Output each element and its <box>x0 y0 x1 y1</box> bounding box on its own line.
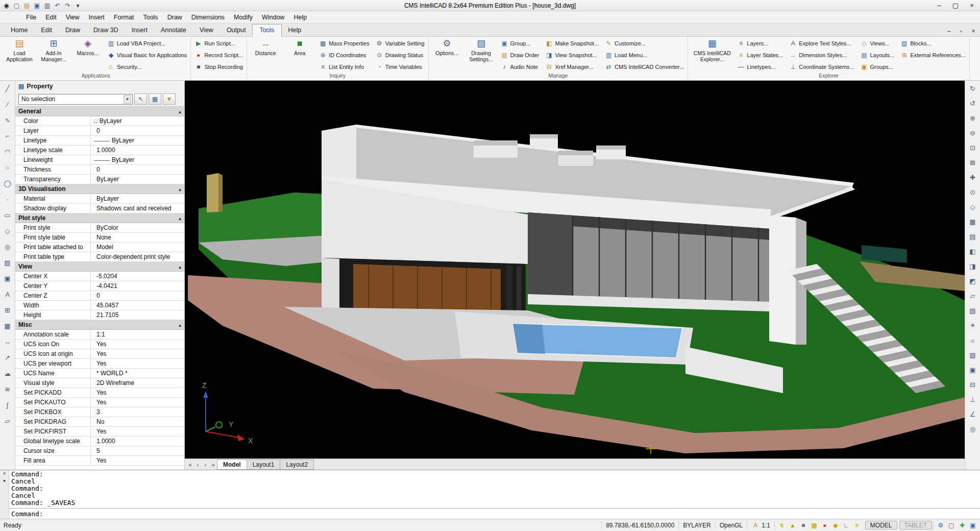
menu-item[interactable]: Format <box>109 14 139 21</box>
esnap-icon[interactable]: ◆ <box>831 521 840 529</box>
property-row[interactable]: Set PICKBOX 3 <box>15 407 184 417</box>
ribbon-button[interactable]: ● Record Script... <box>193 52 244 59</box>
revision-cloud-icon[interactable]: ☁ <box>2 368 13 379</box>
property-row[interactable]: Print table type Color-dependent print s… <box>15 252 184 262</box>
ribbon-button[interactable]: ⊕ ID Coordinates <box>318 52 370 59</box>
property-row[interactable]: UCS icon On Yes <box>15 340 184 349</box>
insert-block-icon[interactable]: ⊞ <box>2 304 13 316</box>
steering-icon[interactable]: ◎ <box>967 423 978 435</box>
drawing-viewport[interactable]: Z Y X <box>185 81 965 458</box>
ribbon-button[interactable]: ⊞ Add-In Manager... <box>38 38 69 73</box>
layout-tab[interactable]: Layout1 <box>247 460 281 470</box>
ribbon-button[interactable]: — Linetypes... <box>736 63 784 70</box>
property-row[interactable]: Set PICKDRAG No <box>15 417 184 427</box>
property-row[interactable]: Set PICKAUTO Yes <box>15 398 184 407</box>
property-row[interactable]: Width 45.0457 <box>15 301 184 310</box>
annotation-scale-icon[interactable]: ▲ <box>789 521 797 529</box>
property-row[interactable]: Center X -5.0204 <box>15 272 184 281</box>
menu-item[interactable]: View <box>61 14 84 21</box>
menu-item[interactable]: Dimensions <box>187 14 229 21</box>
materials-icon[interactable]: ▧ <box>967 349 978 360</box>
ribbon-tab[interactable]: Output <box>220 25 253 36</box>
bylayer-indicator[interactable]: BYLAYER <box>678 521 715 529</box>
plot-icon[interactable]: ▥ <box>42 1 52 11</box>
regen-icon[interactable]: ↺ <box>967 98 978 109</box>
property-row[interactable]: Set PICKFIRST Yes <box>15 427 184 437</box>
section-icon[interactable]: ∠ <box>967 408 978 420</box>
layout-tab[interactable]: Model <box>217 460 247 470</box>
ray-icon[interactable]: ∕ <box>2 99 13 110</box>
property-row[interactable]: Center Z 0 <box>15 291 184 301</box>
ribbon-button[interactable]: ≡ Layers... <box>736 40 784 47</box>
tablet-button[interactable]: TABLET <box>899 521 932 529</box>
ribbon-tab[interactable]: Help <box>282 25 308 36</box>
polygon-icon[interactable]: ◇ <box>2 225 13 236</box>
pan-icon[interactable]: ✚ <box>967 172 978 183</box>
property-row[interactable]: Height 21.7105 <box>15 310 184 320</box>
property-row[interactable]: Print style table None <box>15 233 184 243</box>
property-row[interactable]: Annotation scale 1:1 <box>15 330 184 340</box>
ribbon-tab[interactable]: Tools <box>252 24 281 37</box>
ribbon-button[interactable]: ⊞ External References... <box>899 52 967 59</box>
polyline-icon[interactable]: ⌐ <box>2 130 13 141</box>
named-views-icon[interactable]: ◇ <box>967 201 978 212</box>
property-row[interactable]: Set PICKADD Yes <box>15 388 184 398</box>
ribbon-button[interactable]: ✎ Customize... <box>604 40 685 47</box>
mdi-restore-button[interactable]: ▫ <box>955 26 967 36</box>
filter-button[interactable]: ▼ <box>163 93 176 105</box>
annotation-lightning-icon[interactable]: ↯ <box>778 521 786 529</box>
zoom-out-icon[interactable]: ⊖ <box>967 127 978 138</box>
first-tab-button[interactable]: « <box>186 462 194 468</box>
ribbon-button[interactable]: ▣ Groups... <box>859 63 895 70</box>
render-icon[interactable]: ☀ <box>967 320 978 331</box>
ribbon-button[interactable]: ◆ Visual Basic for Applications <box>106 52 188 59</box>
ribbon-button[interactable]: ≡ Layer States... <box>736 52 784 59</box>
redraw-icon[interactable]: ↻ <box>967 83 978 94</box>
property-row[interactable]: Thickness 0 <box>15 165 184 175</box>
property-row[interactable]: Center Y -4.0421 <box>15 281 184 291</box>
property-row[interactable]: Visual style 2D Wireframe <box>15 378 184 388</box>
rectangle-icon[interactable]: ▭ <box>2 209 13 221</box>
clip-icon[interactable]: ⊟ <box>967 379 978 390</box>
ribbon-tab[interactable]: Insert <box>125 25 154 36</box>
menu-item[interactable]: Edit <box>41 14 61 21</box>
spline-icon[interactable]: ∫ <box>2 399 13 411</box>
display-icon[interactable]: ▣ <box>969 521 977 529</box>
dimension-icon[interactable]: ↔ <box>2 336 13 347</box>
lwt-icon[interactable]: ≡ <box>853 521 861 529</box>
hide-icon[interactable]: ▨ <box>967 305 978 316</box>
ribbon-button[interactable]: ▥ Load Menu... <box>604 52 685 59</box>
ribbon-button[interactable]: ≡ List Entity Info <box>318 63 370 70</box>
ribbon-tab[interactable]: Draw 3D <box>87 25 125 36</box>
close-button[interactable]: × <box>964 0 980 11</box>
leader-icon[interactable]: ↗ <box>2 352 13 363</box>
wireframe-icon[interactable]: ▱ <box>967 290 978 301</box>
property-row[interactable]: 3D Visualisation ▴ <box>15 184 184 194</box>
layout-tab[interactable]: Layout2 <box>280 460 314 470</box>
property-row[interactable]: Color □ByLayer <box>15 116 184 126</box>
ribbon-button[interactable]: ▤ Load Application <box>4 38 35 73</box>
sketch-icon[interactable]: ∿ <box>2 114 13 126</box>
coordinates-display[interactable]: 89.7838,-61.6150,0.0000 <box>601 521 678 529</box>
ribbon-tab[interactable]: Home <box>4 25 34 36</box>
ribbon-button[interactable]: ⚙ Variable Setting <box>375 40 426 47</box>
ribbon-button[interactable]: ◨ View Snapshot... <box>544 52 600 59</box>
menu-item[interactable]: File <box>21 14 41 21</box>
model-space-button[interactable]: MODEL <box>865 521 897 529</box>
point-icon[interactable]: · <box>2 194 13 205</box>
property-row[interactable]: Linetype ———ByLayer <box>15 136 184 146</box>
menu-item[interactable]: Help <box>289 14 311 21</box>
mdi-close-button[interactable]: × <box>968 26 979 36</box>
menu-item[interactable]: Tools <box>138 14 162 21</box>
app-icon[interactable]: ◉ <box>2 1 11 11</box>
open-icon[interactable]: ▤ <box>22 1 32 11</box>
next-tab-button[interactable]: › <box>202 462 209 468</box>
camera-icon[interactable]: ▣ <box>967 364 978 375</box>
property-row[interactable]: Global linetype scale 1.0000 <box>15 437 184 446</box>
menu-item[interactable]: Modify <box>229 14 257 21</box>
menu-item[interactable]: Window <box>257 14 289 21</box>
ribbon-button[interactable]: ▤ Draw Order <box>500 52 541 59</box>
wipeout-icon[interactable]: ▱ <box>2 415 13 426</box>
orbit-icon[interactable]: ⊙ <box>967 186 978 198</box>
property-row[interactable]: Cursor size 5 <box>15 446 184 456</box>
